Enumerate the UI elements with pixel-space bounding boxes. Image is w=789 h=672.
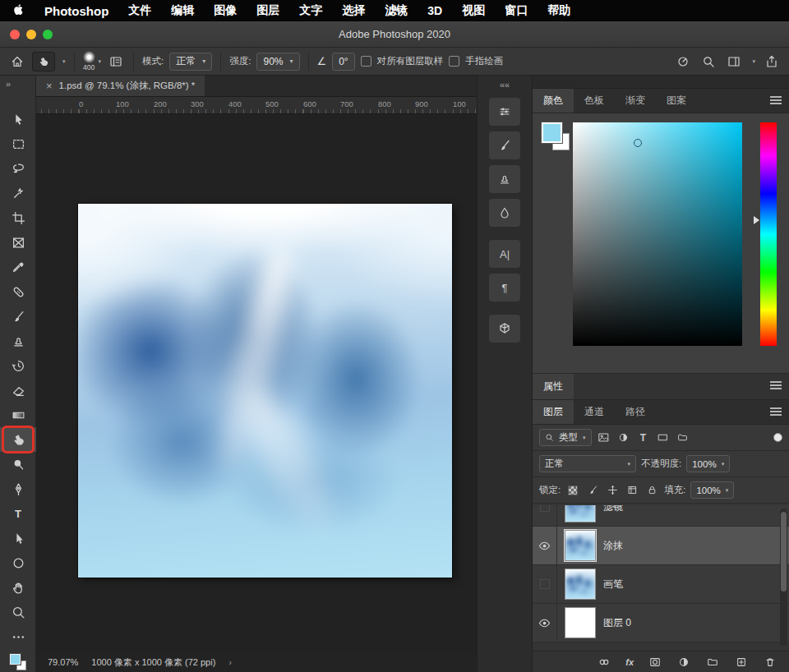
hand-tool[interactable] xyxy=(0,575,36,600)
mode-select[interactable]: 正常▾ xyxy=(169,53,212,71)
filter-type-select[interactable]: 类型▾ xyxy=(539,429,592,446)
layer-mask-icon[interactable] xyxy=(648,655,662,670)
layer-style-fx-icon[interactable]: fx xyxy=(625,657,634,667)
layer-thumbnail[interactable] xyxy=(565,607,596,638)
lock-transparency-icon[interactable] xyxy=(565,483,580,498)
blend-mode-select[interactable]: 正常▾ xyxy=(539,455,636,472)
pen-tool[interactable] xyxy=(0,476,36,501)
filter-smart-objects-icon[interactable] xyxy=(676,430,690,445)
visibility-toggle[interactable] xyxy=(533,527,557,564)
menu-view[interactable]: 视图 xyxy=(462,3,485,18)
brush-settings-toggle-icon[interactable] xyxy=(107,53,125,71)
frame-tool[interactable] xyxy=(0,230,36,255)
tool-preset-caret-icon[interactable]: ▾ xyxy=(62,58,66,65)
tab-channels[interactable]: 通道 xyxy=(574,400,615,424)
brush-preset-picker[interactable]: 400 ▾ xyxy=(83,51,102,71)
workspace-caret-icon[interactable]: ▾ xyxy=(752,58,755,65)
character-panel-icon[interactable]: A| xyxy=(489,240,520,268)
visibility-toggle[interactable] xyxy=(533,604,557,642)
foreground-color-swatch[interactable] xyxy=(10,654,21,665)
strength-select[interactable]: 90%▾ xyxy=(256,53,299,71)
sample-all-layers-checkbox[interactable] xyxy=(361,56,371,67)
brush-settings-panel-icon[interactable] xyxy=(489,98,520,126)
current-tool-smudge-icon[interactable] xyxy=(32,52,55,71)
close-window-button[interactable] xyxy=(10,30,20,39)
visibility-toggle[interactable] xyxy=(533,565,557,603)
status-options-chevron-icon[interactable]: › xyxy=(228,657,232,667)
lock-paint-icon[interactable] xyxy=(585,483,600,498)
new-group-icon[interactable] xyxy=(705,655,720,670)
foreground-swatch[interactable] xyxy=(542,122,562,143)
opacity-select[interactable]: 100%▾ xyxy=(686,455,730,472)
fill-select[interactable]: 100%▾ xyxy=(690,481,734,499)
pressure-toggle-icon[interactable] xyxy=(674,53,692,71)
workspace-icon[interactable] xyxy=(725,53,743,71)
layer-thumbnail[interactable] xyxy=(565,530,596,561)
angle-input[interactable]: 0° xyxy=(332,53,354,71)
menu-filter[interactable]: 滤镜 xyxy=(385,3,408,18)
layer-thumbnail[interactable] xyxy=(565,505,596,522)
adjustment-layer-icon[interactable] xyxy=(676,655,691,670)
layer-name[interactable]: 图层 0 xyxy=(603,616,631,630)
app-name[interactable]: Photoshop xyxy=(44,4,108,18)
layer-row-layer0[interactable]: 图层 0 xyxy=(533,604,789,642)
eraser-tool[interactable] xyxy=(0,378,36,403)
layer-row-smudge[interactable]: 涂抹 xyxy=(533,527,789,565)
3d-panel-icon[interactable] xyxy=(489,315,520,343)
apple-icon[interactable] xyxy=(13,3,25,18)
move-tool[interactable] xyxy=(0,107,36,131)
tab-paths[interactable]: 路径 xyxy=(615,400,656,424)
layer-row-brush[interactable]: 画笔 xyxy=(533,565,789,604)
menu-image[interactable]: 图像 xyxy=(214,3,237,18)
share-icon[interactable] xyxy=(763,53,781,71)
menu-layer[interactable]: 图层 xyxy=(256,3,279,18)
layer-name[interactable]: 涂抹 xyxy=(603,539,623,553)
menu-type[interactable]: 文字 xyxy=(299,3,322,18)
history-brush-tool[interactable] xyxy=(0,353,36,378)
marquee-tool[interactable] xyxy=(0,131,36,156)
paragraph-panel-icon[interactable]: ¶ xyxy=(489,274,520,301)
filter-adjustment-layers-icon[interactable] xyxy=(616,430,631,445)
new-layer-icon[interactable] xyxy=(734,655,749,670)
tab-layers[interactable]: 图层 xyxy=(533,400,574,424)
tab-color[interactable]: 颜色 xyxy=(533,89,574,113)
spot-healing-tool[interactable] xyxy=(0,279,36,304)
filter-pixel-layers-icon[interactable] xyxy=(597,430,611,445)
layer-thumbnail[interactable] xyxy=(565,568,596,600)
crop-tool[interactable] xyxy=(0,205,36,230)
brushes-panel-icon[interactable] xyxy=(489,131,520,159)
dodge-tool[interactable] xyxy=(0,452,36,476)
search-icon[interactable] xyxy=(699,53,717,71)
eyedropper-tool[interactable] xyxy=(0,255,36,279)
foreground-background-swatches[interactable] xyxy=(8,652,28,672)
menu-file[interactable]: 文件 xyxy=(128,3,151,18)
canvas-background[interactable] xyxy=(36,114,477,652)
filter-toggle-icon[interactable] xyxy=(773,433,782,442)
lasso-tool[interactable] xyxy=(0,156,36,181)
home-icon[interactable] xyxy=(8,53,26,71)
link-layers-icon[interactable] xyxy=(597,655,611,670)
zoom-tool[interactable] xyxy=(0,600,36,624)
close-tab-icon[interactable]: × xyxy=(46,80,53,92)
zoom-level[interactable]: 79.07% xyxy=(48,657,78,667)
filter-type-layers-icon[interactable]: T xyxy=(636,430,651,445)
layers-scrollbar[interactable] xyxy=(780,509,787,646)
lock-position-icon[interactable] xyxy=(605,483,620,498)
gradient-tool[interactable] xyxy=(0,403,36,427)
finger-painting-checkbox[interactable] xyxy=(449,56,459,67)
hue-slider[interactable] xyxy=(760,122,777,346)
shapes-panel-icon[interactable] xyxy=(489,199,520,227)
tab-gradients[interactable]: 渐变 xyxy=(615,89,656,113)
brush-tool[interactable] xyxy=(0,304,36,329)
toolbar-collapse-icon[interactable]: » xyxy=(0,76,35,90)
type-tool[interactable]: T xyxy=(0,501,36,526)
filter-shape-layers-icon[interactable] xyxy=(656,430,671,445)
lock-artboard-icon[interactable] xyxy=(625,483,639,498)
canvas-artwork[interactable] xyxy=(78,204,452,578)
dock-expand-icon[interactable]: «« xyxy=(478,76,532,92)
tool-presets-panel-icon[interactable] xyxy=(489,165,520,193)
path-selection-tool[interactable] xyxy=(0,526,36,550)
smudge-tool[interactable] xyxy=(0,427,36,452)
minimize-window-button[interactable] xyxy=(26,30,36,39)
tab-swatches[interactable]: 色板 xyxy=(574,89,615,113)
